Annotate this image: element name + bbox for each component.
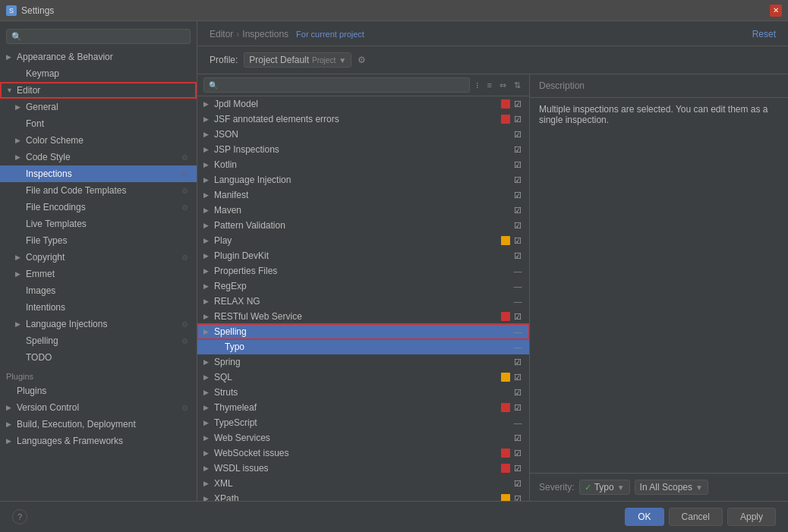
collapse-all-icon[interactable]: ⇔	[497, 79, 509, 92]
ok-button[interactable]: OK	[625, 508, 663, 526]
sidebar-search[interactable]: 🔍	[6, 29, 191, 44]
insp-checkbox[interactable]: —	[512, 326, 523, 337]
insp-checkbox[interactable]: ☑	[512, 463, 523, 474]
inspection-item[interactable]: ▶Spring☑	[197, 354, 529, 370]
insp-checkbox[interactable]: ☑	[512, 448, 523, 458]
sidebar-item-language-injections[interactable]: ▶Language Injections⚙	[0, 316, 197, 332]
inspection-item[interactable]: ▶WSDL issues☑	[197, 461, 529, 476]
inspection-item[interactable]: ▶SQL☑	[197, 370, 529, 385]
insp-checkbox[interactable]: ☑	[512, 190, 523, 200]
sidebar-item-editor[interactable]: ▼Editor	[0, 82, 197, 99]
insp-arrow: ▶	[203, 297, 214, 305]
sidebar: 🔍 ▶Appearance & BehaviorKeymap▼Editor▶Ge…	[0, 21, 197, 501]
inspection-item[interactable]: ▶RegExp—	[197, 279, 529, 294]
inspection-item[interactable]: ▶RESTful Web Service☑	[197, 309, 529, 324]
sidebar-item-images[interactable]: Images	[0, 282, 197, 299]
profile-select[interactable]: Project Default Project ▼	[244, 52, 351, 68]
insp-checkbox[interactable]: —	[512, 296, 523, 307]
inspection-item[interactable]: ▶XPath☑	[197, 491, 529, 501]
insp-checkbox[interactable]: ☑	[512, 144, 523, 155]
inspection-item[interactable]: ▶JSP Inspections☑	[197, 142, 529, 157]
inspection-item[interactable]: ▶Properties Files—	[197, 263, 529, 279]
sidebar-item-file-encodings[interactable]: File Encodings⚙	[0, 199, 197, 216]
inspection-item[interactable]: ▶Play☑	[197, 233, 529, 248]
sidebar-item-general[interactable]: ▶General	[0, 99, 197, 115]
help-button[interactable]: ?	[12, 509, 27, 524]
sidebar-item-build-execution[interactable]: ▶Build, Execution, Deployment	[0, 416, 197, 433]
insp-checkbox[interactable]: ☑	[512, 311, 523, 322]
sidebar-item-inspections[interactable]: Inspections⚙	[0, 165, 197, 182]
filter-icon[interactable]: ⫶	[473, 79, 482, 91]
inspection-item[interactable]: ▶Maven☑	[197, 203, 529, 218]
insp-checkbox[interactable]: ☑	[512, 433, 523, 443]
insp-checkbox[interactable]: ☑	[512, 114, 523, 124]
sidebar-item-live-templates[interactable]: Live Templates	[0, 216, 197, 232]
filter-input[interactable]	[220, 80, 465, 90]
sidebar-item-emmet[interactable]: ▶Emmet	[0, 266, 197, 282]
sidebar-item-plugins[interactable]: Plugins	[0, 382, 197, 399]
insp-checkbox[interactable]: ☑	[512, 129, 523, 140]
sidebar-item-version-control[interactable]: ▶Version Control⚙	[0, 399, 197, 416]
insp-checkbox[interactable]: ☑	[512, 250, 523, 261]
sidebar-item-font[interactable]: Font	[0, 115, 197, 132]
inspection-item[interactable]: ▶Web Services☑	[197, 430, 529, 445]
sidebar-item-keymap[interactable]: Keymap	[0, 65, 197, 82]
expand-all-icon[interactable]: ≡	[485, 79, 494, 91]
sidebar-item-appearance[interactable]: ▶Appearance & Behavior	[0, 49, 197, 65]
insp-label: Spring	[214, 357, 501, 367]
inspection-item[interactable]: ▶Manifest☑	[197, 187, 529, 203]
inspection-item[interactable]: ▶Jpdl Model☑	[197, 96, 529, 112]
inspection-item[interactable]: ▶Language Injection☑	[197, 172, 529, 187]
inspection-item[interactable]: ▶Plugin DevKit☑	[197, 248, 529, 263]
cancel-button[interactable]: Cancel	[669, 508, 723, 526]
insp-checkbox[interactable]: ☑	[512, 99, 523, 109]
filter-search[interactable]: 🔍	[203, 77, 470, 93]
insp-checkbox[interactable]: —	[512, 281, 523, 291]
sidebar-item-label: Language Injections	[26, 319, 177, 329]
insp-checkbox[interactable]: —	[512, 266, 523, 276]
scope-select[interactable]: In All Scopes ▼	[635, 480, 708, 495]
sort-icon[interactable]: ⇅	[512, 79, 523, 92]
sidebar-search-input[interactable]	[25, 31, 185, 42]
inspection-item[interactable]: ▶Pattern Validation☑	[197, 218, 529, 233]
close-button[interactable]: ✕	[770, 5, 782, 17]
inspection-item[interactable]: ▶Kotlin☑	[197, 157, 529, 172]
reset-button[interactable]: Reset	[752, 29, 776, 39]
sidebar-item-intentions[interactable]: Intentions	[0, 299, 197, 316]
insp-checkbox[interactable]: ☑	[512, 493, 523, 501]
inspection-item[interactable]: ▶WebSocket issues☑	[197, 445, 529, 461]
severity-select[interactable]: ✓ Typo ▼	[579, 480, 630, 495]
inspection-item[interactable]: ▶TypeScript—	[197, 415, 529, 430]
sidebar-item-file-code-templates[interactable]: File and Code Templates⚙	[0, 182, 197, 199]
insp-checkbox[interactable]: ☑	[512, 372, 523, 382]
inspection-item[interactable]: ▶Thymeleaf☑	[197, 400, 529, 415]
gear-button[interactable]: ⚙	[358, 55, 366, 65]
item-icon: ⚙	[178, 318, 191, 330]
insp-checkbox[interactable]: —	[512, 417, 523, 428]
insp-checkbox[interactable]: ☑	[512, 205, 523, 216]
insp-checkbox[interactable]: ☑	[512, 478, 523, 489]
inspection-item[interactable]: ▶Spelling—	[197, 324, 529, 339]
sidebar-item-spelling[interactable]: Spelling⚙	[0, 332, 197, 349]
inspection-item[interactable]: ▶Struts☑	[197, 385, 529, 400]
inspection-item[interactable]: ▶RELAX NG—	[197, 294, 529, 309]
insp-checkbox[interactable]: —	[512, 342, 523, 352]
inspection-item[interactable]: ▶JSF annotated elements errors☑	[197, 112, 529, 127]
insp-checkbox[interactable]: ☑	[512, 175, 523, 185]
insp-checkbox[interactable]: ☑	[512, 357, 523, 367]
insp-checkbox[interactable]: ☑	[512, 159, 523, 170]
insp-checkbox[interactable]: ☑	[512, 402, 523, 413]
sidebar-item-color-scheme[interactable]: ▶Color Scheme	[0, 132, 197, 149]
sidebar-item-file-types[interactable]: File Types	[0, 232, 197, 249]
sidebar-item-todo[interactable]: TODO	[0, 349, 197, 366]
sidebar-item-languages-frameworks[interactable]: ▶Languages & Frameworks	[0, 433, 197, 449]
apply-button[interactable]: Apply	[727, 508, 776, 526]
inspection-item[interactable]: ▶XML☑	[197, 476, 529, 491]
sidebar-item-code-style[interactable]: ▶Code Style⚙	[0, 149, 197, 165]
inspection-item[interactable]: Typo—	[197, 339, 529, 354]
sidebar-item-copyright[interactable]: ▶Copyright⚙	[0, 249, 197, 266]
insp-checkbox[interactable]: ☑	[512, 235, 523, 246]
insp-checkbox[interactable]: ☑	[512, 220, 523, 231]
insp-checkbox[interactable]: ☑	[512, 387, 523, 398]
inspection-item[interactable]: ▶JSON☑	[197, 127, 529, 142]
